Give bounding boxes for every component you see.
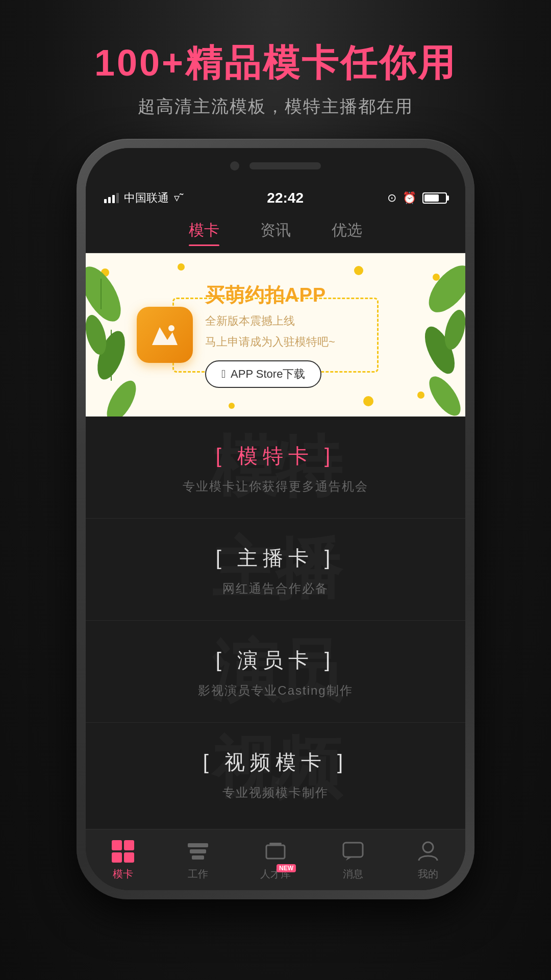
card-subtitle-video: 专业视频模卡制作 bbox=[222, 785, 329, 801]
battery-icon bbox=[422, 192, 447, 204]
tab-moka[interactable]: 模卡 bbox=[189, 220, 219, 245]
card-section-actor[interactable]: 演员 [ 演员卡 ] 影视演员专业Casting制作 bbox=[86, 621, 465, 723]
signal-bar-2 bbox=[108, 197, 111, 203]
nav-tabs: 模卡 资讯 优选 bbox=[86, 212, 465, 253]
grid-cell-4 bbox=[124, 852, 134, 863]
at-icon: ⊙ bbox=[387, 191, 396, 205]
phone-speaker bbox=[249, 162, 321, 169]
grid-cell-1 bbox=[112, 840, 122, 850]
stack-line-1 bbox=[188, 843, 208, 847]
card-section-anchor[interactable]: 主播 [ 主播卡 ] 网红通告合作必备 bbox=[86, 519, 465, 621]
bottom-nav: 模卡 工作 bbox=[86, 829, 465, 890]
card-section-video[interactable]: 视频 [ 视频模卡 ] 专业视频模卡制作 bbox=[86, 723, 465, 815]
chat-svg bbox=[342, 841, 364, 862]
new-badge: NEW bbox=[277, 864, 296, 872]
phone-top-bar bbox=[86, 148, 465, 184]
dot-2 bbox=[178, 263, 185, 271]
battery-fill bbox=[424, 194, 439, 202]
tab-zixun[interactable]: 资讯 bbox=[260, 220, 291, 245]
status-right: ⊙ ⏰ bbox=[387, 191, 447, 205]
signal-bar-1 bbox=[104, 199, 107, 203]
banner-sub-line1: 全新版本震撼上线 bbox=[205, 312, 335, 329]
banner-text: 买萌约拍APP 全新版本震撼上线 马上申请成为入驻模特吧~  APP Stor… bbox=[205, 282, 335, 388]
bottom-nav-label-mine: 我的 bbox=[418, 867, 438, 881]
grid-cell-3 bbox=[112, 852, 122, 863]
person-svg bbox=[417, 840, 439, 863]
stack-icon-inner bbox=[188, 843, 208, 860]
grid-icon-inner bbox=[112, 840, 134, 863]
signal-bar-3 bbox=[112, 195, 115, 203]
bottom-nav-label-message: 消息 bbox=[343, 867, 363, 881]
bottom-nav-moka[interactable]: 模卡 bbox=[110, 839, 136, 881]
card-title-anchor: [ 主播卡 ] bbox=[216, 544, 335, 572]
bottom-nav-work[interactable]: 工作 bbox=[185, 839, 211, 881]
layers-svg bbox=[264, 841, 287, 862]
bottom-nav-label-work: 工作 bbox=[188, 867, 208, 881]
chat-icon bbox=[340, 839, 366, 864]
page-content: 100+精品模卡任你用 超高清主流模板，模特主播都在用 bbox=[0, 0, 551, 980]
card-subtitle-model: 专业模卡让你获得更多通告机会 bbox=[183, 478, 368, 495]
card-subtitle-actor: 影视演员专业Casting制作 bbox=[198, 682, 353, 699]
phone-wrapper: 中国联通 ▿˜ 22:42 ⊙ ⏰ 模卡 资讯 bbox=[74, 139, 477, 980]
dot-6 bbox=[363, 396, 373, 406]
stack-line-3 bbox=[192, 855, 204, 860]
svg-rect-13 bbox=[343, 843, 363, 857]
grid-icon bbox=[110, 839, 136, 864]
status-left: 中国联通 ▿˜ bbox=[104, 190, 183, 206]
tab-youxuan[interactable]: 优选 bbox=[332, 220, 362, 245]
layers-icon bbox=[263, 839, 288, 864]
grid-cell-2 bbox=[124, 840, 134, 850]
hero-title: 100+精品模卡任你用 bbox=[94, 41, 457, 85]
app-icon bbox=[137, 307, 193, 363]
hero-section: 100+精品模卡任你用 超高清主流模板，模特主播都在用 bbox=[94, 0, 457, 139]
bottom-nav-mine[interactable]: 我的 bbox=[415, 839, 441, 881]
wifi-icon: ▿˜ bbox=[174, 191, 183, 205]
dot-3 bbox=[354, 266, 363, 275]
card-title-model: [ 模特卡 ] bbox=[216, 442, 335, 470]
app-logo-svg bbox=[147, 317, 183, 353]
card-title-actor: [ 演员卡 ] bbox=[216, 646, 335, 674]
apple-icon:  bbox=[221, 368, 226, 381]
talent-label-wrapper: 人才库 NEW bbox=[260, 867, 291, 881]
card-title-video: [ 视频模卡 ] bbox=[203, 748, 348, 776]
status-bar: 中国联通 ▿˜ 22:42 ⊙ ⏰ bbox=[86, 184, 465, 212]
stack-line-2 bbox=[190, 849, 206, 853]
alarm-icon: ⏰ bbox=[403, 191, 416, 205]
banner-main-title: 买萌约拍APP bbox=[205, 282, 335, 308]
phone-inner: 中国联通 ▿˜ 22:42 ⊙ ⏰ 模卡 资讯 bbox=[86, 148, 465, 890]
signal-bars bbox=[104, 193, 119, 203]
banner-sub-line2: 马上申请成为入驻模特吧~ bbox=[205, 333, 335, 350]
dot-8 bbox=[229, 403, 235, 409]
phone-camera-dot bbox=[230, 161, 239, 170]
phone-outer: 中国联通 ▿˜ 22:42 ⊙ ⏰ 模卡 资讯 bbox=[77, 139, 474, 899]
svg-point-10 bbox=[168, 325, 174, 331]
svg-rect-12 bbox=[269, 843, 282, 845]
signal-bar-4 bbox=[116, 193, 119, 203]
bottom-nav-message[interactable]: 消息 bbox=[340, 839, 366, 881]
person-icon bbox=[415, 839, 441, 864]
card-section-model[interactable]: 模特 [ 模特卡 ] 专业模卡让你获得更多通告机会 bbox=[86, 416, 465, 519]
status-time: 22:42 bbox=[267, 190, 304, 206]
card-sections: 模特 [ 模特卡 ] 专业模卡让你获得更多通告机会 主播 [ 主播卡 ] 网红通… bbox=[86, 416, 465, 829]
hero-subtitle: 超高清主流模板，模特主播都在用 bbox=[94, 95, 457, 118]
bottom-nav-label-moka: 模卡 bbox=[113, 867, 133, 881]
status-carrier: 中国联通 bbox=[124, 190, 169, 206]
stack-icon bbox=[185, 839, 211, 864]
banner-center: 买萌约拍APP 全新版本震撼上线 马上申请成为入驻模特吧~  APP Stor… bbox=[111, 282, 440, 388]
phone-content: 买萌约拍APP 全新版本震撼上线 马上申请成为入驻模特吧~  APP Stor… bbox=[86, 253, 465, 890]
svg-rect-11 bbox=[266, 845, 285, 859]
banner: 买萌约拍APP 全新版本震撼上线 马上申请成为入驻模特吧~  APP Stor… bbox=[86, 253, 465, 416]
download-button[interactable]:  APP Store下载 bbox=[205, 360, 321, 388]
download-label: APP Store下载 bbox=[231, 366, 305, 382]
svg-point-15 bbox=[423, 842, 433, 852]
card-subtitle-anchor: 网红通告合作必备 bbox=[222, 580, 329, 597]
bottom-nav-talent[interactable]: 人才库 NEW bbox=[260, 839, 291, 881]
